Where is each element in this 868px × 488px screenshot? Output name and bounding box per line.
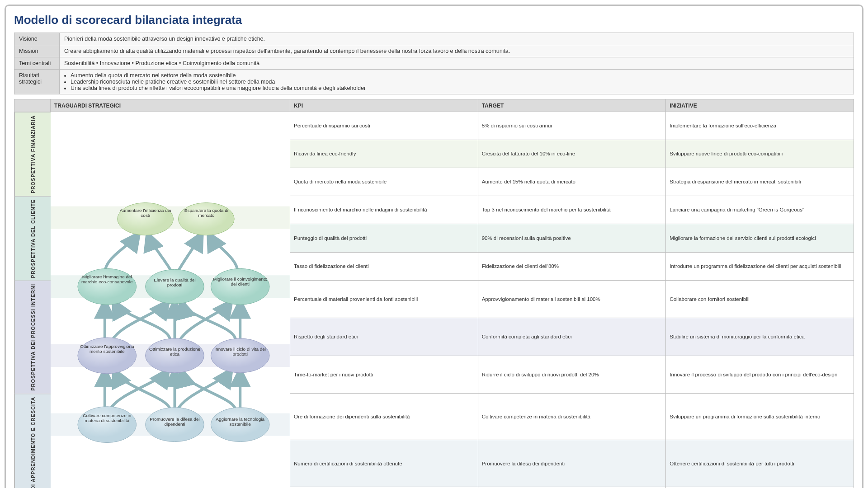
init-cell: Introdurre un programma di fidelizzazion… — [666, 253, 854, 281]
obj-label: Ottimizzare la produzione etica — [147, 347, 203, 357]
init-cell: Ottenere certificazioni di sostenibilità… — [666, 440, 854, 487]
obj-label: Aumentare l'efficienza dei costi — [118, 208, 173, 218]
perspective-financial: PROSPETTIVA FINANZIARIA — [14, 112, 51, 196]
kpi-cell: Percentuale di materiali provenienti da … — [290, 281, 478, 318]
target-cell: Promuovere la difesa dei dipendenti — [478, 440, 666, 487]
obj-label: Innovare il ciclo di vita dei prodotti — [212, 347, 268, 357]
kpi-cell: Numero di certificazioni di sostenibilit… — [290, 440, 478, 487]
mission-value: Creare abbigliamento di alta qualità uti… — [60, 45, 854, 57]
obj-label: Coltivare competenze in materia di soste… — [79, 413, 135, 423]
obj-label: Promuovere la difesa dei dipendenti — [147, 417, 203, 427]
init-cell: Sviluppare un programma di formazione su… — [666, 394, 854, 440]
init-cell: Migliorare la formazione del servizio cl… — [666, 224, 854, 252]
obj-label: Ottimizzare l'approvvigiona mento sosten… — [79, 344, 135, 354]
target-cell: Ridurre il ciclo di sviluppo di nuovi pr… — [478, 356, 666, 394]
meta-table: Visione Pionieri della moda sostenibile … — [14, 33, 854, 94]
outcome-item: Aumento della quota di mercato nel setto… — [71, 72, 849, 79]
target-cell: Crescita del fatturato del 10% in eco-li… — [478, 140, 666, 168]
target-cell: Approvvigionamento di materiali sostenib… — [478, 281, 666, 318]
kpi-cell: Rispetto degli standard etici — [290, 318, 478, 356]
target-cell: Conformità completa agli standard etici — [478, 318, 666, 356]
outcome-item: Una solida linea di prodotti che riflett… — [71, 85, 849, 91]
kpi-cell: Time-to-market per i nuovi prodotti — [290, 356, 478, 394]
hdr-target: TARGET — [478, 99, 666, 112]
kpi-cell: Tasso di fidelizzazione dei clienti — [290, 253, 478, 281]
kpi-cell: Quota di mercato nella moda sostenibile — [290, 168, 478, 196]
hdr-kpi: KPI — [290, 99, 478, 112]
hdr-blank — [14, 99, 51, 112]
themes-label: Temi centrali — [14, 57, 60, 70]
hdr-initiatives: INIZIATIVE — [666, 99, 854, 112]
kpi-cell: Punteggio di qualità dei prodotti — [290, 224, 478, 252]
outcome-item: Leadership riconosciuta nelle pratiche c… — [71, 79, 849, 85]
obj-label: Espandere la quota di mercato — [179, 208, 233, 218]
obj-label: Elevare la qualità dei prodotti — [147, 277, 203, 287]
target-cell: 5% di risparmio sui costi annui — [478, 112, 666, 140]
obj-label: Aggiornare la tecnologia sostenibile — [212, 417, 268, 427]
page-title: Modello di scorecard bilanciata integrat… — [14, 13, 854, 27]
strategy-map: Aumentare l'efficienza dei costi Espande… — [51, 112, 290, 488]
kpi-cell: Percentuale di risparmio sui costi — [290, 112, 478, 140]
kpi-cell: Ricavi da linea eco-friendly — [290, 140, 478, 168]
mission-label: Mission — [14, 45, 60, 57]
hdr-objectives: TRAGUARDI STRATEGICI — [51, 99, 290, 112]
init-cell: Implementare la formazione sull'eco-effi… — [666, 112, 854, 140]
strategy-map-svg: Aumentare l'efficienza dei costi Espande… — [51, 112, 290, 488]
init-cell: Strategia di espansione del mercato in m… — [666, 168, 854, 196]
outcomes-label: Risultati strategici — [14, 70, 60, 94]
init-cell: Lanciare una campagna di marketing "Gree… — [666, 196, 854, 224]
scorecard-page: Modello di scorecard bilanciata integrat… — [5, 5, 863, 488]
init-cell: Innovare il processo di sviluppo del pro… — [666, 356, 854, 394]
init-cell: Sviluppare nuove linee di prodotti eco-c… — [666, 140, 854, 168]
perspective-growth: PROSPETTIVA DI APPRENDIMENTO E CRESCITA — [14, 394, 51, 488]
themes-value: Sostenibilità • Innovazione • Produzione… — [60, 57, 854, 70]
scorecard-grid: TRAGUARDI STRATEGICI KPI TARGET INIZIATI… — [14, 99, 854, 488]
init-cell: Collaborare con fornitori sostenibili — [666, 281, 854, 318]
target-cell: Top 3 nel riconoscimento del marchio per… — [478, 196, 666, 224]
target-cell: Coltivare competenze in materia di soste… — [478, 394, 666, 440]
kpi-cell: Ore di formazione dei dipendenti sulla s… — [290, 394, 478, 440]
init-cell: Stabilire un sistema di monitoraggio per… — [666, 318, 854, 356]
target-cell: 90% di recensioni sulla qualità positive — [478, 224, 666, 252]
outcomes-value: Aumento della quota di mercato nel setto… — [60, 70, 854, 94]
target-cell: Aumento del 15% nella quota di mercato — [478, 168, 666, 196]
kpi-cell: Il riconoscimento del marchio nelle inda… — [290, 196, 478, 224]
perspective-internal: PROSPETTIVA DEI PROCESSI INTERNI — [14, 281, 51, 394]
vision-value: Pionieri della moda sostenibile attraver… — [60, 33, 854, 45]
obj-label: Migliorare l'immagine del marchio eco-co… — [79, 274, 135, 284]
vision-label: Visione — [14, 33, 60, 45]
perspective-customer: PROSPETTIVA DEL CLIENTE — [14, 196, 51, 281]
obj-label: Migliorare il coinvolgimento dei clienti — [212, 277, 268, 286]
target-cell: Fidelizzazione dei clienti dell'80% — [478, 253, 666, 281]
